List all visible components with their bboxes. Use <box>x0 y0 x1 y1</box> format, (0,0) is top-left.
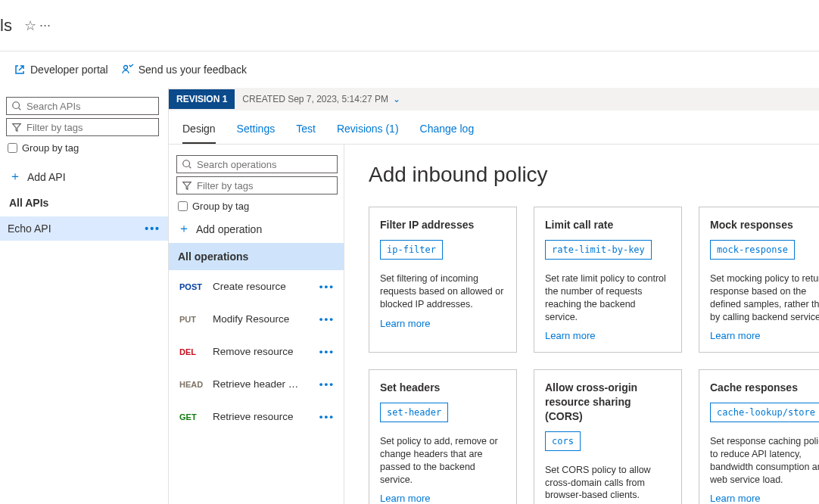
policy-desc: Set CORS policy to allow cross-domain ca… <box>545 464 671 502</box>
policy-code: cors <box>545 431 581 451</box>
filter-tags-input-wrap[interactable] <box>6 118 159 136</box>
operation-name: Retrieve resource <box>213 411 294 422</box>
policy-card[interactable]: Limit call raterate-limit-by-keySet rate… <box>534 207 682 353</box>
policy-code: rate-limit-by-key <box>545 240 652 260</box>
search-operations-input-wrap[interactable] <box>176 155 338 173</box>
operation-row[interactable]: PUTModify Resource••• <box>175 303 339 335</box>
http-verb: HEAD <box>179 380 205 389</box>
add-operation-button[interactable]: ＋ Add operation <box>178 221 336 237</box>
revision-badge: REVISION 1 <box>169 89 235 109</box>
search-apis-input-wrap[interactable] <box>6 97 159 115</box>
policy-card-title: Limit call rate <box>545 218 671 232</box>
policy-title: Add inbound policy <box>369 163 819 187</box>
operation-name: Retrieve header o… <box>213 378 304 390</box>
operation-row[interactable]: GETRetrieve resource••• <box>175 400 339 433</box>
policy-card-title: Set headers <box>380 381 506 395</box>
operation-row[interactable]: DELRemove resource••• <box>175 335 339 368</box>
policy-card[interactable]: Cache responsescache-lookup/storeSet res… <box>699 369 819 504</box>
developer-portal-label: Developer portal <box>30 64 108 76</box>
group-by-tag-label: Group by tag <box>22 142 79 154</box>
ops-group-by-tag-checkbox-input[interactable] <box>178 201 188 211</box>
policy-card-title: Mock responses <box>710 218 819 232</box>
add-operation-label: Add operation <box>196 223 262 235</box>
add-api-button[interactable]: ＋ Add API <box>9 169 156 185</box>
svg-point-2 <box>183 160 190 167</box>
ops-group-by-tag-label: Group by tag <box>192 201 249 212</box>
plus-icon: ＋ <box>9 169 21 185</box>
operation-more-icon[interactable]: ••• <box>319 313 335 325</box>
send-feedback-link[interactable]: Send us your feedback <box>122 64 247 76</box>
more-menu-icon[interactable]: ··· <box>39 17 51 33</box>
operation-more-icon[interactable]: ••• <box>319 346 335 357</box>
add-api-label: Add API <box>27 171 66 183</box>
send-feedback-label: Send us your feedback <box>139 64 247 76</box>
policy-desc: Set response caching policies to reduce … <box>710 435 819 487</box>
search-apis-input[interactable] <box>26 101 154 112</box>
operation-more-icon[interactable]: ••• <box>319 281 335 292</box>
learn-more-link[interactable]: Learn more <box>545 329 671 343</box>
policy-card[interactable]: Set headersset-headerSet policy to add, … <box>369 369 517 504</box>
operation-name: Remove resource <box>213 346 294 357</box>
api-item-more-icon[interactable]: ••• <box>145 222 160 235</box>
operation-more-icon[interactable]: ••• <box>319 378 335 390</box>
plus-icon: ＋ <box>178 221 190 237</box>
policy-card-title: Allow cross-origin resource sharing (COR… <box>545 381 671 424</box>
policy-code: mock-response <box>710 240 795 260</box>
filter-icon <box>11 122 22 132</box>
tab-changelog[interactable]: Change log <box>420 118 475 144</box>
external-link-icon <box>14 64 26 76</box>
revision-dropdown-icon[interactable]: ⌄ <box>393 94 400 104</box>
http-verb: POST <box>179 282 205 291</box>
main-area: REVISION 1 CREATED Sep 7, 2023, 5:14:27 … <box>169 88 819 504</box>
all-operations-item[interactable]: All operations <box>169 243 344 270</box>
policy-card[interactable]: Filter IP addressesip-filterSet filterin… <box>369 207 517 353</box>
search-operations-input[interactable] <box>197 159 332 170</box>
policy-card-title: Filter IP addresses <box>380 218 506 232</box>
http-verb: PUT <box>179 315 205 324</box>
operation-row[interactable]: HEADRetrieve header o…••• <box>175 368 339 400</box>
tab-revisions[interactable]: Revisions (1) <box>337 118 399 144</box>
policy-code: set-header <box>380 403 448 422</box>
http-verb: DEL <box>179 347 205 356</box>
filter-ops-input[interactable] <box>197 180 332 191</box>
tab-settings[interactable]: Settings <box>237 118 276 144</box>
policy-desc: Set filtering of incoming requests based… <box>380 272 506 311</box>
header-links: Developer portal Send us your feedback <box>0 51 819 88</box>
svg-point-1 <box>13 102 20 109</box>
ops-group-by-tag-checkbox[interactable]: Group by tag <box>178 201 336 212</box>
operation-name: Modify Resource <box>213 313 289 325</box>
operation-row[interactable]: POSTCreate resource••• <box>175 270 339 303</box>
revision-bar: REVISION 1 CREATED Sep 7, 2023, 5:14:27 … <box>169 88 819 110</box>
policy-desc: Set mocking policy to return a response … <box>710 272 819 324</box>
operations-panel: Group by tag ＋ Add operation All operati… <box>169 145 344 504</box>
api-item-echo[interactable]: Echo API ••• <box>0 216 168 241</box>
svg-point-0 <box>123 66 127 70</box>
search-icon <box>11 101 22 111</box>
revision-created: CREATED Sep 7, 2023, 5:14:27 PM <box>235 94 388 104</box>
learn-more-link[interactable]: Learn more <box>710 329 819 343</box>
policy-desc: Set rate limit policy to control the num… <box>545 272 671 324</box>
all-apis-link[interactable]: All APIs <box>9 197 156 209</box>
group-by-tag-checkbox-input[interactable] <box>8 143 17 153</box>
favorite-star-icon[interactable]: ☆ <box>24 17 36 34</box>
policy-card[interactable]: Allow cross-origin resource sharing (COR… <box>534 369 682 504</box>
policy-code: ip-filter <box>380 240 443 260</box>
group-by-tag-checkbox[interactable]: Group by tag <box>8 142 157 154</box>
operation-more-icon[interactable]: ••• <box>319 411 335 422</box>
developer-portal-link[interactable]: Developer portal <box>14 64 108 76</box>
page-title-bar: ls ☆ ··· <box>0 0 819 51</box>
policy-panel: Add inbound policy Filter IP addressesip… <box>344 145 819 504</box>
policy-card[interactable]: Mock responsesmock-responseSet mocking p… <box>699 207 819 353</box>
filter-icon <box>182 180 192 191</box>
learn-more-link[interactable]: Learn more <box>380 317 506 331</box>
filter-tags-input[interactable] <box>26 122 154 133</box>
tab-test[interactable]: Test <box>296 118 316 144</box>
api-item-label: Echo API <box>8 222 51 235</box>
policy-desc: Set policy to add, remove or change head… <box>380 435 506 487</box>
learn-more-link[interactable]: Learn more <box>380 492 506 504</box>
filter-ops-input-wrap[interactable] <box>176 176 338 194</box>
tab-design[interactable]: Design <box>182 118 216 144</box>
page-title-fragment: ls <box>0 16 12 36</box>
http-verb: GET <box>179 412 205 422</box>
learn-more-link[interactable]: Learn more <box>710 492 819 504</box>
